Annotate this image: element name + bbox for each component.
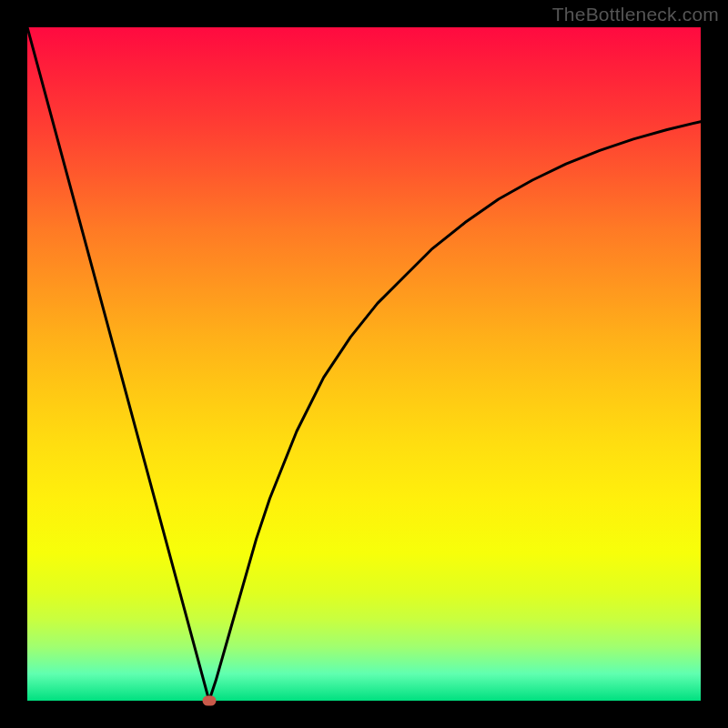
curve-layer — [27, 27, 701, 701]
minimum-point-marker — [202, 696, 216, 706]
plot-area — [27, 27, 701, 701]
right-branch-line — [209, 122, 701, 701]
left-branch-line — [27, 27, 209, 701]
chart-frame: TheBottleneck.com — [0, 0, 728, 728]
watermark-text: TheBottleneck.com — [552, 4, 719, 25]
